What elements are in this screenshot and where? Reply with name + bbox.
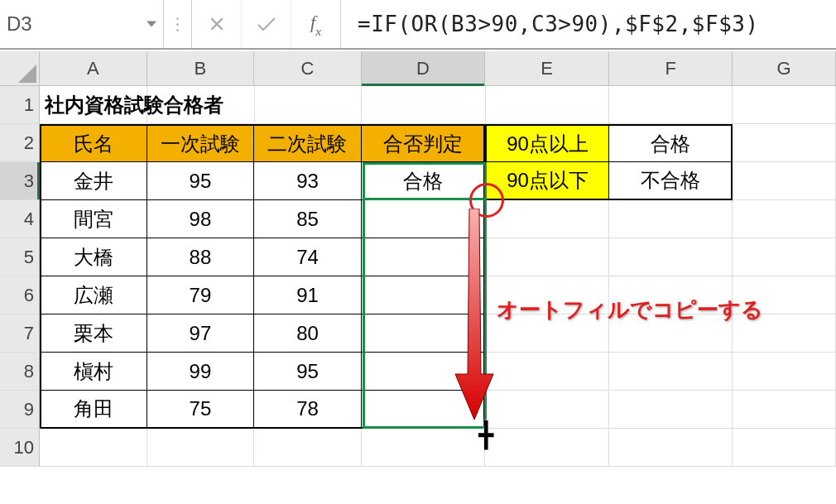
cell-A6[interactable]: 広瀬	[40, 276, 147, 314]
column-header-C[interactable]: C	[254, 51, 362, 85]
cell-G3[interactable]	[733, 162, 836, 200]
cell-D6[interactable]	[362, 276, 486, 314]
cell-D7[interactable]	[362, 314, 486, 353]
column-header-E[interactable]: E	[485, 51, 609, 85]
column-header-A[interactable]: A	[40, 51, 147, 85]
table-row: 5 大橋 88 74	[0, 238, 836, 276]
cell-A7[interactable]: 栗本	[40, 314, 147, 353]
excel-window: D3 fx =IF(OR(B3>90,C3>90),$F$2,$F$3) A B	[0, 0, 836, 504]
cell-B3[interactable]: 95	[147, 162, 255, 200]
formula-bar-separator	[164, 0, 192, 48]
worksheet[interactable]: A B C D E F G 1 社内資格試験合格者 2 氏名	[0, 51, 836, 504]
cell-B5[interactable]: 88	[147, 238, 255, 276]
cell-A1[interactable]: 社内資格試験合格者	[40, 86, 147, 124]
cell-D2[interactable]: 合否判定	[362, 124, 486, 162]
cell-A5[interactable]: 大橋	[40, 238, 147, 276]
cell-F9[interactable]	[609, 391, 733, 429]
cell-B4[interactable]: 98	[147, 200, 255, 238]
cell-F1[interactable]	[609, 86, 733, 124]
table-row: 8 槇村 99 95	[0, 353, 836, 391]
cell-G5[interactable]	[733, 238, 836, 276]
row-header-9[interactable]: 9	[0, 391, 40, 429]
column-header-D[interactable]: D	[362, 51, 486, 85]
x-icon	[208, 15, 226, 33]
row-header-6[interactable]: 6	[0, 276, 40, 314]
row-header-7[interactable]: 7	[0, 314, 40, 353]
cell-B6[interactable]: 79	[147, 276, 255, 314]
cell-D5[interactable]	[362, 238, 486, 276]
row-header-5[interactable]: 5	[0, 238, 40, 276]
cell-D10[interactable]	[362, 429, 486, 467]
cell-A9[interactable]: 角田	[40, 391, 147, 429]
cell-A10[interactable]	[40, 429, 147, 467]
cell-F8[interactable]	[609, 353, 733, 391]
cell-G9[interactable]	[733, 391, 836, 429]
cancel-formula-button[interactable]	[192, 0, 242, 48]
table-row: 2 氏名 一次試験 二次試験 合否判定 90点以上 合格	[0, 124, 836, 162]
cell-G4[interactable]	[733, 200, 836, 238]
cell-B9[interactable]: 75	[147, 391, 255, 429]
enter-formula-button[interactable]	[242, 0, 291, 48]
row-header-10[interactable]: 10	[0, 429, 40, 467]
cell-E8[interactable]	[485, 353, 609, 391]
cell-D3[interactable]: 合格	[362, 162, 486, 200]
table-row: 10	[0, 429, 836, 467]
table-row: 4 間宮 98 85	[0, 200, 836, 238]
cell-F2[interactable]: 合格	[609, 124, 733, 162]
cell-E10[interactable]	[485, 429, 609, 467]
cell-C5[interactable]: 74	[254, 238, 362, 276]
cell-G10[interactable]	[733, 429, 836, 467]
cell-B7[interactable]: 97	[147, 314, 255, 353]
cell-C3[interactable]: 93	[254, 162, 362, 200]
cell-E3[interactable]: 90点以下	[485, 162, 609, 200]
cell-G2[interactable]	[733, 124, 836, 162]
row-header-8[interactable]: 8	[0, 353, 40, 391]
cell-C7[interactable]: 80	[254, 314, 362, 353]
chevron-down-icon[interactable]	[147, 22, 156, 27]
row-header-3[interactable]: 3	[0, 162, 40, 200]
rows-container: 1 社内資格試験合格者 2 氏名 一次試験 二次試験 合否判定 90点以上 合格	[0, 86, 836, 467]
name-box[interactable]: D3	[0, 0, 164, 48]
select-all-corner[interactable]	[0, 51, 40, 85]
cell-C2[interactable]: 二次試験	[254, 124, 362, 162]
cell-D1[interactable]	[362, 86, 485, 124]
cell-B10[interactable]	[147, 429, 255, 467]
cell-A3[interactable]: 金井	[40, 162, 147, 200]
cell-A2[interactable]: 氏名	[40, 124, 147, 162]
cell-D9[interactable]	[362, 391, 486, 429]
cell-C4[interactable]: 85	[254, 200, 362, 238]
cell-E9[interactable]	[485, 391, 609, 429]
row-header-4[interactable]: 4	[0, 200, 40, 238]
cell-E2[interactable]: 90点以上	[485, 124, 609, 162]
cell-C6[interactable]: 91	[254, 276, 362, 314]
cell-F10[interactable]	[609, 429, 733, 467]
formula-input[interactable]: =IF(OR(B3>90,C3>90),$F$2,$F$3)	[341, 0, 836, 48]
column-header-F[interactable]: F	[609, 51, 733, 85]
cell-D4[interactable]	[362, 200, 486, 238]
cell-B8[interactable]: 99	[147, 353, 255, 391]
cell-F3[interactable]: 不合格	[609, 162, 733, 200]
cell-E1[interactable]	[486, 86, 609, 124]
cell-G8[interactable]	[733, 353, 836, 391]
insert-function-button[interactable]: fx	[291, 0, 341, 48]
column-header-G[interactable]: G	[733, 51, 836, 85]
cell-G1[interactable]	[733, 86, 836, 124]
cell-F5[interactable]	[609, 238, 733, 276]
cell-E4[interactable]	[485, 200, 609, 238]
column-headers-row: A B C D E F G	[0, 51, 836, 86]
cell-C10[interactable]	[254, 429, 362, 467]
cell-C8[interactable]: 95	[254, 353, 362, 391]
fx-icon: fx	[310, 12, 321, 36]
cell-B2[interactable]: 一次試験	[147, 124, 255, 162]
cell-D8[interactable]	[362, 353, 486, 391]
column-header-B[interactable]: B	[147, 51, 255, 85]
cell-C9[interactable]: 78	[254, 391, 362, 429]
cell-A4[interactable]: 間宮	[40, 200, 147, 238]
cell-E5[interactable]	[485, 238, 609, 276]
cell-A8[interactable]: 槇村	[40, 353, 147, 391]
cell-F4[interactable]	[609, 200, 733, 238]
cell-C1[interactable]	[255, 86, 363, 124]
row-header-2[interactable]: 2	[0, 124, 40, 162]
name-box-value: D3	[7, 12, 32, 36]
row-header-1[interactable]: 1	[0, 86, 40, 124]
